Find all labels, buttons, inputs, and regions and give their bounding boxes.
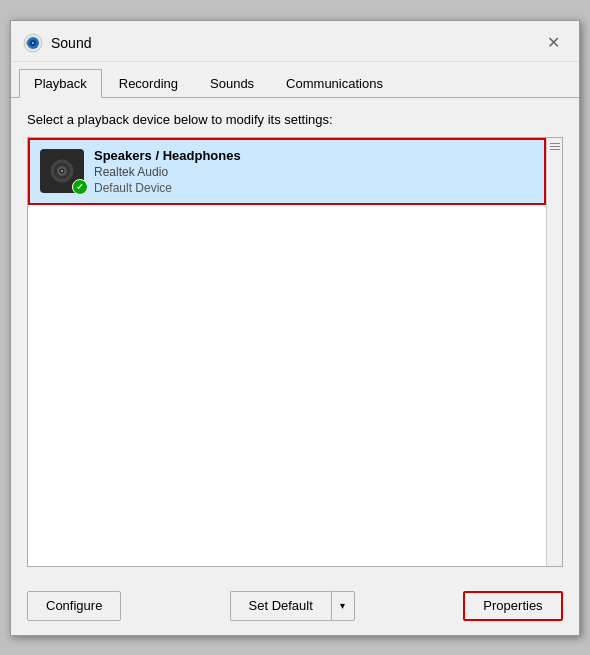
- device-icon-wrapper: [40, 149, 84, 193]
- svg-point-3: [32, 42, 34, 44]
- configure-button[interactable]: Configure: [27, 591, 121, 621]
- set-default-dropdown-button[interactable]: ▾: [331, 591, 355, 621]
- scrollbar-thumb: [547, 138, 562, 155]
- sound-icon: [23, 33, 43, 53]
- window-title: Sound: [51, 35, 91, 51]
- device-status: Default Device: [94, 181, 241, 195]
- scrollbar[interactable]: [546, 138, 562, 566]
- close-button[interactable]: ✕: [539, 29, 567, 57]
- properties-button[interactable]: Properties: [463, 591, 563, 621]
- scrollbar-line-3: [550, 149, 560, 150]
- tab-recording[interactable]: Recording: [104, 69, 193, 98]
- device-list: Speakers / Headphones Realtek Audio Defa…: [28, 138, 546, 566]
- device-name: Speakers / Headphones: [94, 148, 241, 163]
- default-device-badge: [72, 179, 88, 195]
- sound-dialog: Sound ✕ Playback Recording Sounds Commun…: [10, 20, 580, 636]
- button-bar: Configure Set Default ▾ Properties: [11, 581, 579, 635]
- device-driver: Realtek Audio: [94, 165, 241, 179]
- tab-playback[interactable]: Playback: [19, 69, 102, 98]
- device-list-container: Speakers / Headphones Realtek Audio Defa…: [27, 137, 563, 567]
- svg-point-9: [61, 170, 63, 172]
- scrollbar-line-1: [550, 143, 560, 144]
- device-info: Speakers / Headphones Realtek Audio Defa…: [94, 148, 241, 195]
- content-area: Select a playback device below to modify…: [11, 98, 579, 581]
- title-bar: Sound ✕: [11, 21, 579, 62]
- scrollbar-line-2: [550, 146, 560, 147]
- set-default-button[interactable]: Set Default: [230, 591, 331, 621]
- instruction-text: Select a playback device below to modify…: [27, 112, 563, 127]
- device-item-speakers[interactable]: Speakers / Headphones Realtek Audio Defa…: [28, 138, 546, 205]
- tab-sounds[interactable]: Sounds: [195, 69, 269, 98]
- title-bar-left: Sound: [23, 33, 91, 53]
- tab-communications[interactable]: Communications: [271, 69, 398, 98]
- set-default-group: Set Default ▾: [230, 591, 355, 621]
- tab-bar: Playback Recording Sounds Communications: [11, 62, 579, 98]
